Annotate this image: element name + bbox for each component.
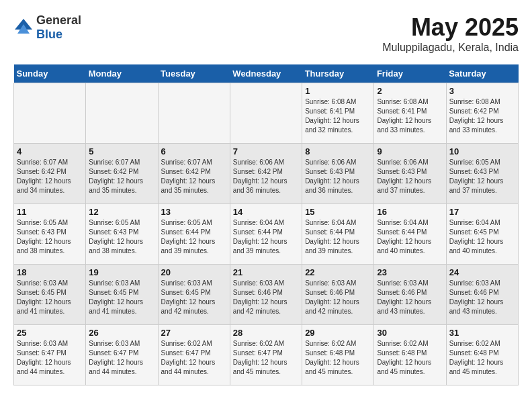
logo-text-blue: Blue — [36, 28, 62, 41]
day-number: 16 — [377, 207, 443, 217]
logo-icon — [13, 17, 34, 38]
day-number: 12 — [89, 207, 154, 217]
weekday-header-wednesday: Wednesday — [230, 64, 302, 83]
day-cell: 31Sunrise: 6:02 AM Sunset: 6:48 PM Dayli… — [446, 325, 518, 385]
day-cell: 14Sunrise: 6:04 AM Sunset: 6:44 PM Dayli… — [230, 204, 302, 265]
day-number: 4 — [17, 146, 83, 156]
day-cell: 22Sunrise: 6:03 AM Sunset: 6:46 PM Dayli… — [302, 265, 374, 325]
day-number: 8 — [305, 146, 371, 156]
day-cell: 7Sunrise: 6:06 AM Sunset: 6:42 PM Daylig… — [230, 144, 302, 204]
day-info: Sunrise: 6:05 AM Sunset: 6:43 PM Dayligh… — [17, 218, 83, 256]
title-area: May 2025 Muluppilagadu, Kerala, India — [382, 13, 519, 54]
week-row-4: 18Sunrise: 6:03 AM Sunset: 6:45 PM Dayli… — [14, 265, 519, 325]
day-cell: 15Sunrise: 6:04 AM Sunset: 6:44 PM Dayli… — [302, 204, 374, 265]
calendar-table: SundayMondayTuesdayWednesdayThursdayFrid… — [13, 64, 519, 385]
day-info: Sunrise: 6:05 AM Sunset: 6:44 PM Dayligh… — [161, 218, 227, 256]
day-number: 26 — [89, 328, 154, 338]
day-number: 11 — [17, 207, 83, 217]
week-row-2: 4Sunrise: 6:07 AM Sunset: 6:42 PM Daylig… — [14, 144, 519, 204]
day-cell — [86, 83, 158, 144]
day-number: 3 — [449, 86, 515, 96]
day-info: Sunrise: 6:08 AM Sunset: 6:41 PM Dayligh… — [377, 97, 443, 135]
day-number: 24 — [449, 267, 515, 277]
day-cell: 13Sunrise: 6:05 AM Sunset: 6:44 PM Dayli… — [158, 204, 230, 265]
day-number: 15 — [305, 207, 371, 217]
day-number: 31 — [449, 328, 515, 338]
day-info: Sunrise: 6:03 AM Sunset: 6:45 PM Dayligh… — [17, 279, 83, 316]
day-info: Sunrise: 6:03 AM Sunset: 6:46 PM Dayligh… — [305, 279, 371, 316]
day-info: Sunrise: 6:03 AM Sunset: 6:47 PM Dayligh… — [17, 339, 83, 377]
day-info: Sunrise: 6:03 AM Sunset: 6:45 PM Dayligh… — [89, 279, 154, 316]
main-title: May 2025 — [382, 13, 519, 42]
day-cell: 20Sunrise: 6:03 AM Sunset: 6:45 PM Dayli… — [158, 265, 230, 325]
day-info: Sunrise: 6:02 AM Sunset: 6:47 PM Dayligh… — [233, 339, 299, 377]
logo: General Blue — [13, 13, 81, 42]
week-row-3: 11Sunrise: 6:05 AM Sunset: 6:43 PM Dayli… — [14, 204, 519, 265]
day-number: 30 — [377, 328, 443, 338]
day-cell: 24Sunrise: 6:03 AM Sunset: 6:46 PM Dayli… — [446, 265, 518, 325]
day-cell: 28Sunrise: 6:02 AM Sunset: 6:47 PM Dayli… — [230, 325, 302, 385]
day-number: 10 — [449, 146, 515, 156]
day-cell: 10Sunrise: 6:05 AM Sunset: 6:43 PM Dayli… — [446, 144, 518, 204]
day-info: Sunrise: 6:07 AM Sunset: 6:42 PM Dayligh… — [17, 158, 83, 195]
day-cell — [230, 83, 302, 144]
day-info: Sunrise: 6:07 AM Sunset: 6:42 PM Dayligh… — [89, 158, 154, 195]
day-cell: 8Sunrise: 6:06 AM Sunset: 6:43 PM Daylig… — [302, 144, 374, 204]
day-cell: 2Sunrise: 6:08 AM Sunset: 6:41 PM Daylig… — [374, 83, 446, 144]
week-row-1: 1Sunrise: 6:08 AM Sunset: 6:41 PM Daylig… — [14, 83, 519, 144]
day-info: Sunrise: 6:05 AM Sunset: 6:43 PM Dayligh… — [89, 218, 154, 256]
weekday-header-tuesday: Tuesday — [158, 64, 230, 83]
day-info: Sunrise: 6:04 AM Sunset: 6:44 PM Dayligh… — [377, 218, 443, 256]
week-row-5: 25Sunrise: 6:03 AM Sunset: 6:47 PM Dayli… — [14, 325, 519, 385]
day-number: 21 — [233, 267, 299, 277]
day-info: Sunrise: 6:07 AM Sunset: 6:42 PM Dayligh… — [161, 158, 227, 195]
day-info: Sunrise: 6:04 AM Sunset: 6:44 PM Dayligh… — [233, 218, 299, 256]
day-cell: 30Sunrise: 6:02 AM Sunset: 6:48 PM Dayli… — [374, 325, 446, 385]
day-number: 22 — [305, 267, 371, 277]
day-info: Sunrise: 6:02 AM Sunset: 6:47 PM Dayligh… — [161, 339, 227, 377]
day-number: 23 — [377, 267, 443, 277]
day-cell: 11Sunrise: 6:05 AM Sunset: 6:43 PM Dayli… — [14, 204, 86, 265]
day-number: 1 — [305, 86, 371, 96]
day-number: 27 — [161, 328, 227, 338]
day-cell: 3Sunrise: 6:08 AM Sunset: 6:42 PM Daylig… — [446, 83, 518, 144]
day-cell: 18Sunrise: 6:03 AM Sunset: 6:45 PM Dayli… — [14, 265, 86, 325]
day-number: 13 — [161, 207, 227, 217]
day-info: Sunrise: 6:02 AM Sunset: 6:48 PM Dayligh… — [449, 339, 515, 377]
day-number: 20 — [161, 267, 227, 277]
day-info: Sunrise: 6:04 AM Sunset: 6:44 PM Dayligh… — [305, 218, 371, 256]
day-cell: 16Sunrise: 6:04 AM Sunset: 6:44 PM Dayli… — [374, 204, 446, 265]
weekday-header-monday: Monday — [86, 64, 158, 83]
day-info: Sunrise: 6:03 AM Sunset: 6:46 PM Dayligh… — [449, 279, 515, 316]
day-cell: 4Sunrise: 6:07 AM Sunset: 6:42 PM Daylig… — [14, 144, 86, 204]
day-info: Sunrise: 6:03 AM Sunset: 6:45 PM Dayligh… — [161, 279, 227, 316]
weekday-header-row: SundayMondayTuesdayWednesdayThursdayFrid… — [14, 64, 519, 83]
day-cell: 27Sunrise: 6:02 AM Sunset: 6:47 PM Dayli… — [158, 325, 230, 385]
day-cell: 29Sunrise: 6:02 AM Sunset: 6:48 PM Dayli… — [302, 325, 374, 385]
day-info: Sunrise: 6:08 AM Sunset: 6:41 PM Dayligh… — [305, 97, 371, 135]
day-number: 25 — [17, 328, 83, 338]
day-info: Sunrise: 6:03 AM Sunset: 6:47 PM Dayligh… — [89, 339, 154, 377]
day-cell: 19Sunrise: 6:03 AM Sunset: 6:45 PM Dayli… — [86, 265, 158, 325]
day-number: 19 — [89, 267, 154, 277]
day-info: Sunrise: 6:03 AM Sunset: 6:46 PM Dayligh… — [377, 279, 443, 316]
day-info: Sunrise: 6:06 AM Sunset: 6:43 PM Dayligh… — [305, 158, 371, 195]
day-info: Sunrise: 6:02 AM Sunset: 6:48 PM Dayligh… — [305, 339, 371, 377]
day-cell: 21Sunrise: 6:03 AM Sunset: 6:46 PM Dayli… — [230, 265, 302, 325]
weekday-header-friday: Friday — [374, 64, 446, 83]
weekday-header-saturday: Saturday — [446, 64, 518, 83]
day-info: Sunrise: 6:05 AM Sunset: 6:43 PM Dayligh… — [449, 158, 515, 195]
logo-text-general: General — [36, 13, 81, 27]
day-info: Sunrise: 6:08 AM Sunset: 6:42 PM Dayligh… — [449, 97, 515, 135]
subtitle: Muluppilagadu, Kerala, India — [382, 42, 519, 54]
day-cell — [158, 83, 230, 144]
day-number: 7 — [233, 146, 299, 156]
day-number: 2 — [377, 86, 443, 96]
weekday-header-thursday: Thursday — [302, 64, 374, 83]
weekday-header-sunday: Sunday — [14, 64, 86, 83]
day-info: Sunrise: 6:06 AM Sunset: 6:43 PM Dayligh… — [377, 158, 443, 195]
day-info: Sunrise: 6:06 AM Sunset: 6:42 PM Dayligh… — [233, 158, 299, 195]
day-cell — [14, 83, 86, 144]
day-cell: 17Sunrise: 6:04 AM Sunset: 6:45 PM Dayli… — [446, 204, 518, 265]
day-number: 9 — [377, 146, 443, 156]
